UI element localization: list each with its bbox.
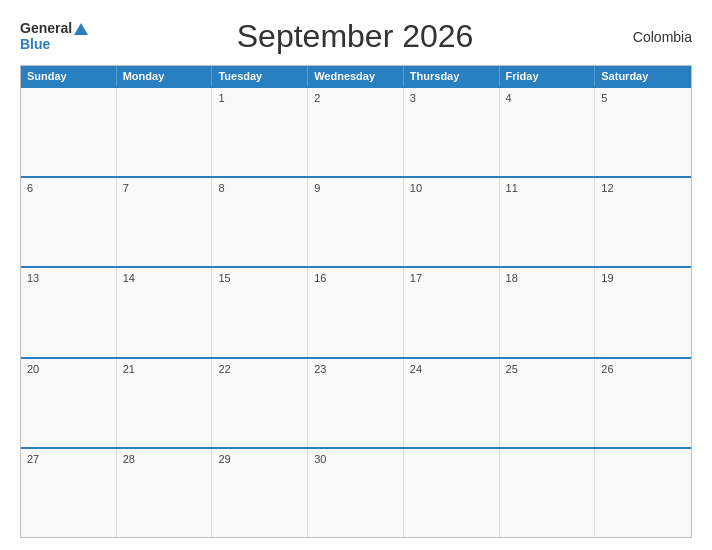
- day-headers-row: SundayMondayTuesdayWednesdayThursdayFrid…: [21, 66, 691, 86]
- day-number: 4: [506, 92, 512, 104]
- day-cell: [21, 88, 117, 176]
- day-cell: 14: [117, 268, 213, 356]
- day-cell: 4: [500, 88, 596, 176]
- day-cell: 19: [595, 268, 691, 356]
- day-cell: [117, 88, 213, 176]
- day-cell: 18: [500, 268, 596, 356]
- day-cell: [404, 449, 500, 537]
- header: General Blue September 2026 Colombia: [20, 18, 692, 55]
- day-number: 28: [123, 453, 135, 465]
- day-header-saturday: Saturday: [595, 66, 691, 86]
- day-cell: 1: [212, 88, 308, 176]
- day-cell: 25: [500, 359, 596, 447]
- day-cell: 24: [404, 359, 500, 447]
- day-number: 7: [123, 182, 129, 194]
- day-number: 12: [601, 182, 613, 194]
- day-number: 23: [314, 363, 326, 375]
- day-cell: 10: [404, 178, 500, 266]
- day-number: 21: [123, 363, 135, 375]
- logo-blue-text: Blue: [20, 37, 50, 52]
- day-cell: 28: [117, 449, 213, 537]
- day-cell: 26: [595, 359, 691, 447]
- day-number: 9: [314, 182, 320, 194]
- day-cell: 5: [595, 88, 691, 176]
- day-number: 19: [601, 272, 613, 284]
- logo: General Blue: [20, 21, 88, 52]
- day-number: 5: [601, 92, 607, 104]
- day-cell: 11: [500, 178, 596, 266]
- day-cell: 23: [308, 359, 404, 447]
- day-number: 16: [314, 272, 326, 284]
- day-number: 18: [506, 272, 518, 284]
- day-cell: 20: [21, 359, 117, 447]
- day-cell: 17: [404, 268, 500, 356]
- logo-general-text: General: [20, 21, 72, 36]
- day-cell: 30: [308, 449, 404, 537]
- day-header-sunday: Sunday: [21, 66, 117, 86]
- calendar-title: September 2026: [88, 18, 622, 55]
- day-header-friday: Friday: [500, 66, 596, 86]
- week-row-3: 13141516171819: [21, 266, 691, 356]
- country-label: Colombia: [622, 29, 692, 45]
- day-number: 1: [218, 92, 224, 104]
- day-number: 27: [27, 453, 39, 465]
- day-header-wednesday: Wednesday: [308, 66, 404, 86]
- day-number: 6: [27, 182, 33, 194]
- day-cell: 27: [21, 449, 117, 537]
- day-number: 10: [410, 182, 422, 194]
- day-number: 22: [218, 363, 230, 375]
- day-cell: 16: [308, 268, 404, 356]
- day-cell: 6: [21, 178, 117, 266]
- day-cell: 3: [404, 88, 500, 176]
- page: General Blue September 2026 Colombia Sun…: [0, 0, 712, 550]
- day-cell: 21: [117, 359, 213, 447]
- day-number: 2: [314, 92, 320, 104]
- day-cell: 8: [212, 178, 308, 266]
- day-number: 24: [410, 363, 422, 375]
- day-number: 15: [218, 272, 230, 284]
- day-number: 26: [601, 363, 613, 375]
- week-row-5: 27282930: [21, 447, 691, 537]
- day-header-thursday: Thursday: [404, 66, 500, 86]
- day-cell: 13: [21, 268, 117, 356]
- weeks-container: 1234567891011121314151617181920212223242…: [21, 86, 691, 537]
- day-number: 30: [314, 453, 326, 465]
- day-number: 3: [410, 92, 416, 104]
- day-header-monday: Monday: [117, 66, 213, 86]
- week-row-1: 12345: [21, 86, 691, 176]
- day-cell: 29: [212, 449, 308, 537]
- day-cell: 7: [117, 178, 213, 266]
- day-number: 11: [506, 182, 518, 194]
- day-number: 29: [218, 453, 230, 465]
- day-number: 20: [27, 363, 39, 375]
- day-number: 13: [27, 272, 39, 284]
- week-row-2: 6789101112: [21, 176, 691, 266]
- day-header-tuesday: Tuesday: [212, 66, 308, 86]
- calendar: SundayMondayTuesdayWednesdayThursdayFrid…: [20, 65, 692, 538]
- logo-triangle-icon: [74, 23, 88, 35]
- day-cell: 9: [308, 178, 404, 266]
- day-number: 14: [123, 272, 135, 284]
- day-cell: 15: [212, 268, 308, 356]
- day-cell: [595, 449, 691, 537]
- day-number: 25: [506, 363, 518, 375]
- day-number: 8: [218, 182, 224, 194]
- day-cell: 2: [308, 88, 404, 176]
- day-cell: [500, 449, 596, 537]
- day-cell: 12: [595, 178, 691, 266]
- day-cell: 22: [212, 359, 308, 447]
- day-number: 17: [410, 272, 422, 284]
- week-row-4: 20212223242526: [21, 357, 691, 447]
